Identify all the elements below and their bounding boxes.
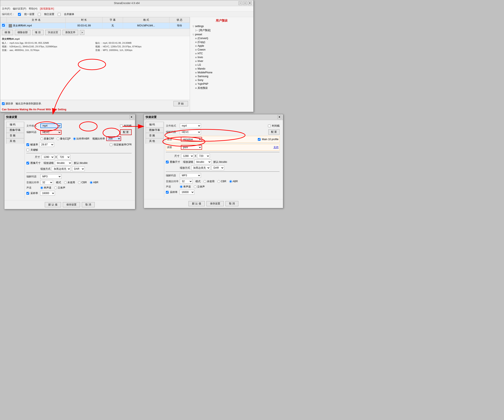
- scale-dar-select-right[interactable]: DAR: [211, 166, 224, 170]
- audio-unused-radio-left[interactable]: [64, 181, 67, 184]
- audio-cbr-radio-right[interactable]: [217, 180, 220, 183]
- dialog-right-close[interactable]: ✕: [277, 115, 281, 119]
- codec-select-left[interactable]: HEVC: [40, 130, 61, 135]
- audio-cbr-radio-left[interactable]: [78, 181, 81, 184]
- cancel-btn-left[interactable]: 取 消: [82, 202, 95, 207]
- scale-mode-select-right[interactable]: 加黑边填充: [191, 166, 210, 170]
- audio-codec-select-left[interactable]: MP3: [40, 174, 61, 179]
- size-w-select-left[interactable]: 1280: [42, 155, 54, 159]
- row-checkbox[interactable]: [2, 24, 5, 27]
- quick-settings-button[interactable]: 快速设置: [45, 30, 61, 35]
- tree-item-copy[interactable]: ⊕ (Copy): [192, 40, 252, 44]
- quality-abr-radio[interactable]: [73, 137, 76, 140]
- start-button[interactable]: 开 始: [174, 101, 188, 106]
- image-size-checkbox-right[interactable]: [166, 161, 169, 163]
- save-btn-left[interactable]: 保存设置: [63, 202, 80, 207]
- quality-cqp-radio[interactable]: [57, 137, 59, 140]
- stereo-radio-left[interactable]: [54, 186, 57, 189]
- scale-dar-select-left[interactable]: DAR: [72, 167, 85, 171]
- video-bitrate-select-left[interactable]: 200: [106, 136, 121, 141]
- tree-item-apple[interactable]: ⊕ Apple: [192, 44, 252, 48]
- samplerate-checkbox-right[interactable]: [166, 191, 169, 194]
- close-link-right[interactable]: 关闭: [273, 146, 279, 149]
- tab-image-right[interactable]: 图像/字幕: [146, 127, 164, 133]
- config-button-right[interactable]: 配 置: [268, 129, 280, 135]
- tree-item-other[interactable]: ⊕ 其他预设: [192, 86, 252, 90]
- remove-all-button[interactable]: 移除全部: [15, 30, 30, 35]
- tab-encode-left[interactable]: 编 码: [6, 122, 24, 127]
- scale-mode-select-left[interactable]: 加黑边填充: [52, 167, 71, 171]
- tree-item-mobilephone[interactable]: ⊕ MobilePhone: [192, 71, 252, 74]
- tab-audio-right[interactable]: 音 频: [146, 133, 164, 138]
- menu-file[interactable]: 文件(F): [2, 7, 10, 11]
- table-row[interactable]: 美女烤鸭4K.mp4 00:03:41.99 无 MOV,MP4,M4... 等…: [0, 23, 190, 29]
- remove-button[interactable]: 移 除: [2, 30, 13, 35]
- menu-preferences[interactable]: 偏好设置(P): [13, 7, 26, 11]
- tree-item-mando[interactable]: ⊕ Mando: [192, 67, 252, 71]
- codec-select-right[interactable]: HEVC: [180, 130, 201, 134]
- scale-filter-select-left[interactable]: bicubic: [55, 161, 72, 165]
- more-button[interactable]: >: [80, 30, 84, 35]
- fps-checkbox-left[interactable]: [26, 143, 29, 146]
- cfr-checkbox-left[interactable]: [110, 143, 112, 146]
- tab-image-left[interactable]: 图像/字幕: [6, 127, 24, 133]
- independent-checkbox[interactable]: [38, 13, 41, 16]
- audio-abr-radio-right[interactable]: [229, 180, 232, 183]
- cancel-btn-right[interactable]: 取 消: [225, 201, 238, 206]
- samplerate-select-right[interactable]: 16000: [180, 190, 194, 194]
- tab-other-right[interactable]: 其 他: [146, 138, 164, 144]
- audio-abr-radio-left[interactable]: [90, 181, 93, 184]
- fps-select-left[interactable]: 29.97: [39, 142, 54, 147]
- item-button[interactable]: 项 目: [32, 30, 43, 35]
- maximize-button[interactable]: □: [243, 1, 247, 5]
- mono-radio-left[interactable]: [40, 186, 43, 189]
- menu-new-version[interactable]: [发现新版本]: [40, 7, 54, 11]
- audio-codec-select-right[interactable]: MP3: [180, 173, 201, 178]
- tree-item-preset[interactable]: ▽ preset: [192, 33, 252, 36]
- tree-item-yujinpnp[interactable]: ⊕ YujinPNP: [192, 82, 252, 86]
- time-clip-checkbox-right[interactable]: [268, 125, 271, 127]
- tune-select-right[interactable]: psnr: [181, 145, 202, 150]
- save-btn-right[interactable]: 保存设置: [206, 201, 224, 206]
- default-btn-left[interactable]: 默 认 值: [45, 202, 61, 207]
- samplerate-checkbox-left[interactable]: [26, 192, 29, 195]
- tree-item-iriver[interactable]: ⊕ Iriver: [192, 59, 252, 63]
- tree-item-sony[interactable]: ⊕ Sony: [192, 78, 252, 82]
- tree-item-invio[interactable]: ⊕ Invio: [192, 55, 252, 59]
- stereo-radio-right[interactable]: [194, 185, 197, 188]
- dialog-left-close[interactable]: ✕: [130, 115, 133, 119]
- audio-unused-radio-right[interactable]: [204, 180, 206, 183]
- file-format-select-right[interactable]: mp4: [180, 123, 201, 128]
- size-w-select-right[interactable]: 1280: [181, 154, 194, 158]
- audio-bitrate-select-left[interactable]: 32: [40, 180, 53, 185]
- preset-select-right[interactable]: veryslow: [181, 137, 202, 142]
- audio-bitrate-select-right[interactable]: 32: [180, 179, 192, 184]
- size-h-select-right[interactable]: 720: [197, 154, 210, 158]
- tree-item-htc[interactable]: ⊕ HTC: [192, 52, 252, 55]
- source-dir-checkbox[interactable]: [2, 102, 5, 105]
- tree-item-convert[interactable]: ⊕ (Convert): [192, 36, 252, 40]
- menu-help[interactable]: 帮助(H): [29, 7, 37, 11]
- tree-item-cowon[interactable]: ⊕ Cowon: [192, 48, 252, 52]
- main10-checkbox-right[interactable]: [258, 138, 261, 141]
- keyframe-checkbox-left[interactable]: [26, 149, 29, 151]
- minimize-button[interactable]: ─: [239, 1, 242, 5]
- size-h-select-left[interactable]: 720: [58, 155, 70, 159]
- time-clip-checkbox-left[interactable]: [120, 125, 123, 127]
- mono-radio-right[interactable]: [180, 185, 183, 188]
- close-button[interactable]: ✕: [248, 1, 252, 5]
- merge-checkbox[interactable]: [58, 13, 61, 16]
- file-format-select-left[interactable]: mp4: [40, 123, 61, 128]
- tab-other-left[interactable]: 其 他: [6, 138, 24, 144]
- quality-crf-radio[interactable]: [40, 137, 43, 140]
- add-file-button[interactable]: 添加文件: [63, 30, 78, 35]
- scale-filter-select-right[interactable]: bicubic: [194, 160, 211, 164]
- image-size-checkbox-left[interactable]: [26, 162, 29, 164]
- default-btn-right[interactable]: 默 认 值: [188, 201, 205, 206]
- tree-item-user-preset[interactable]: ├─ [用户预设]: [192, 28, 252, 33]
- tree-item-lg[interactable]: ⊕ LG: [192, 63, 252, 67]
- tab-audio-left[interactable]: 音 频: [6, 133, 24, 138]
- tree-item-samsung[interactable]: ⊕ Samsung: [192, 74, 252, 78]
- unified-checkbox[interactable]: [18, 13, 21, 16]
- tree-item-settings[interactable]: ▽ settings: [192, 24, 252, 28]
